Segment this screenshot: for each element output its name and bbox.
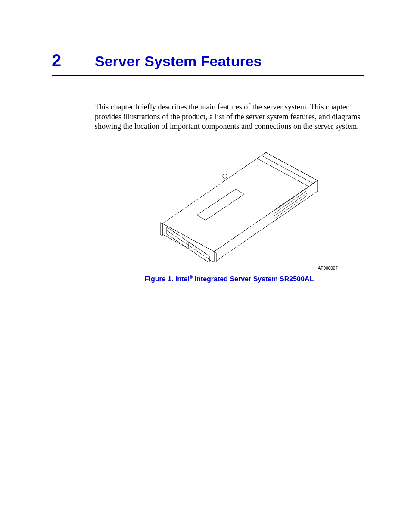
body-block: This chapter briefly describes the main … [95, 102, 364, 283]
figure-caption: Figure 1. Intel® Integrated Server Syste… [95, 275, 364, 283]
figure-id-label: AF000027 [95, 266, 338, 271]
figure-caption-prefix: Figure 1. Intel [145, 275, 190, 283]
chapter-number: 2 [52, 52, 95, 69]
chapter-header: 2 Server System Features [52, 52, 364, 76]
figure-1: AF000027 Figure 1. Intel® Integrated Ser… [95, 142, 364, 283]
document-page: 2 Server System Features This chapter br… [0, 0, 411, 532]
figure-caption-suffix: Integrated Server System SR2500AL [193, 275, 314, 283]
svg-marker-12 [160, 223, 162, 236]
server-illustration [137, 142, 322, 262]
svg-marker-13 [214, 252, 216, 262]
intro-paragraph: This chapter briefly describes the main … [95, 102, 364, 131]
svg-point-7 [223, 174, 227, 178]
chapter-title: Server System Features [95, 53, 262, 69]
